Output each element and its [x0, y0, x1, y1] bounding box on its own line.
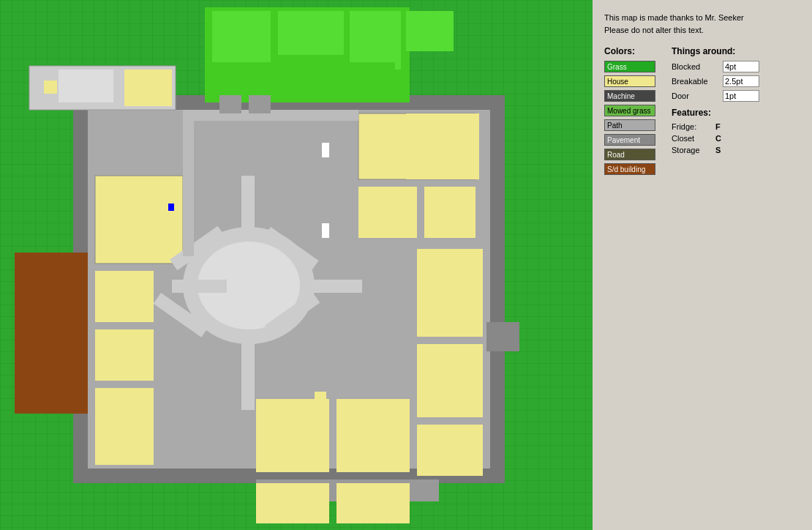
- feature-label: Closet: [672, 134, 715, 143]
- svg-rect-45: [337, 399, 410, 472]
- svg-rect-44: [256, 399, 329, 472]
- legend-swatch: Road: [604, 149, 655, 160]
- thing-label: Blocked: [672, 62, 723, 71]
- svg-rect-10: [278, 11, 344, 55]
- legend-swatch: House: [604, 75, 655, 87]
- svg-rect-17: [59, 70, 113, 102]
- svg-rect-26: [95, 329, 154, 381]
- feature-row: Closet C: [672, 134, 759, 143]
- feature-value: S: [715, 146, 721, 154]
- legend-item: Machine: [604, 90, 660, 102]
- svg-rect-18: [15, 253, 88, 414]
- thing-input[interactable]: [723, 75, 759, 87]
- legend-items: Grass House Machine Mowed grass Path Pav…: [604, 61, 660, 175]
- thing-input[interactable]: [723, 90, 759, 102]
- svg-rect-50: [337, 483, 410, 523]
- svg-rect-49: [256, 483, 329, 523]
- svg-rect-16: [44, 81, 57, 94]
- feature-value: C: [715, 134, 721, 143]
- thing-row: Blocked: [672, 61, 759, 72]
- svg-rect-36: [241, 337, 255, 410]
- legend-item: Path: [604, 119, 660, 131]
- svg-rect-42: [417, 425, 483, 476]
- colors-title: Colors:: [604, 46, 660, 56]
- svg-rect-54: [322, 223, 329, 238]
- legend-item: Mowed grass: [604, 105, 660, 116]
- svg-rect-23: [95, 176, 183, 264]
- legend-item: S/d building: [604, 163, 660, 175]
- svg-rect-25: [95, 271, 154, 322]
- svg-rect-38: [307, 280, 362, 293]
- map-container: [0, 0, 593, 530]
- legend-item: Pavement: [604, 134, 660, 146]
- thing-label: Breakable: [672, 77, 723, 86]
- svg-rect-43: [486, 322, 519, 351]
- legend-item: Road: [604, 149, 660, 160]
- legend-item: Grass: [604, 61, 660, 72]
- feature-label: Storage: [672, 146, 715, 154]
- legend-swatch: Mowed grass: [604, 105, 655, 116]
- thing-row: Door: [672, 90, 759, 102]
- svg-rect-13: [208, 62, 395, 95]
- feature-value: F: [715, 122, 721, 131]
- svg-rect-56: [219, 95, 241, 113]
- svg-rect-11: [350, 11, 401, 70]
- credit-line2: Please do not alter this text.: [604, 24, 800, 37]
- features-title: Features:: [672, 108, 759, 118]
- legend-swatch: Machine: [604, 90, 655, 102]
- legend-swatch: Pavement: [604, 134, 655, 146]
- legend-item: House: [604, 75, 660, 87]
- legend-swatch: S/d building: [604, 163, 655, 175]
- svg-rect-57: [249, 95, 271, 113]
- things-title: Things around:: [672, 46, 759, 56]
- svg-rect-6: [490, 95, 505, 483]
- svg-rect-46: [95, 399, 154, 465]
- things-items: Blocked Breakable Door: [672, 61, 759, 102]
- legend-swatch: Grass: [604, 61, 655, 72]
- feature-label: Fridge:: [672, 122, 715, 131]
- svg-rect-39: [406, 113, 479, 179]
- svg-rect-37: [172, 280, 227, 293]
- features-items: Fridge: F Closet C Storage S: [672, 122, 759, 154]
- credit-line1: This map is made thanks to Mr. Seeker: [604, 12, 800, 24]
- svg-rect-15: [124, 70, 172, 106]
- thing-row: Breakable: [672, 75, 759, 87]
- feature-row: Storage S: [672, 146, 759, 154]
- credit-block: This map is made thanks to Mr. Seeker Pl…: [604, 12, 800, 36]
- svg-rect-33: [241, 176, 255, 234]
- svg-rect-47: [315, 392, 326, 403]
- thing-input[interactable]: [723, 61, 759, 72]
- feature-row: Fridge: F: [672, 122, 759, 131]
- sidebar: This map is made thanks to Mr. Seeker Pl…: [593, 0, 812, 530]
- svg-rect-52: [183, 110, 194, 256]
- svg-rect-40: [417, 249, 483, 337]
- svg-rect-21: [358, 187, 417, 238]
- svg-rect-22: [424, 187, 475, 238]
- svg-rect-53: [322, 143, 329, 157]
- svg-rect-9: [212, 11, 271, 62]
- svg-rect-28: [168, 204, 174, 211]
- svg-rect-41: [417, 344, 483, 417]
- legend-swatch: Path: [604, 119, 655, 131]
- svg-rect-12: [406, 11, 454, 51]
- thing-label: Door: [672, 92, 723, 100]
